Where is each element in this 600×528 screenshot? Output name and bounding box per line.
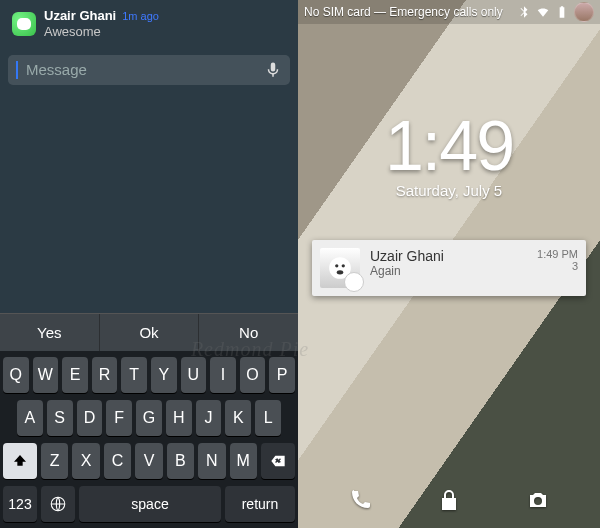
key-n[interactable]: N	[198, 443, 225, 479]
key-c[interactable]: C	[104, 443, 131, 479]
notification-subtitle: Again	[370, 264, 527, 278]
globe-icon	[49, 495, 67, 513]
key-u[interactable]: U	[181, 357, 207, 393]
backspace-key[interactable]	[261, 443, 295, 479]
phone-icon[interactable]	[348, 488, 372, 512]
key-o[interactable]: O	[240, 357, 266, 393]
key-i[interactable]: I	[210, 357, 236, 393]
key-p[interactable]: P	[269, 357, 295, 393]
keyboard-row-2: A S D F G H J K L	[3, 400, 295, 436]
key-g[interactable]: G	[136, 400, 162, 436]
clock-time: 1:49	[298, 106, 600, 186]
backspace-icon	[268, 453, 288, 469]
notification-banner[interactable]: Uzair Ghani 1m ago Awesome	[0, 0, 298, 49]
key-a[interactable]: A	[17, 400, 43, 436]
status-text: No SIM card — Emergency calls only	[304, 5, 517, 19]
svg-point-4	[337, 270, 344, 274]
keyboard-row-4: 123 space return	[3, 486, 295, 522]
sender-name: Uzair Ghani	[44, 8, 116, 24]
status-bar: No SIM card — Emergency calls only	[298, 0, 600, 24]
user-avatar[interactable]	[574, 2, 594, 22]
key-q[interactable]: Q	[3, 357, 29, 393]
key-j[interactable]: J	[196, 400, 222, 436]
key-d[interactable]: D	[77, 400, 103, 436]
key-l[interactable]: L	[255, 400, 281, 436]
key-m[interactable]: M	[230, 443, 257, 479]
shift-icon	[12, 453, 28, 469]
message-preview: Awesome	[44, 24, 159, 40]
keyboard-row-1: Q W E R T Y U I O P	[3, 357, 295, 393]
notification-count: 3	[537, 260, 578, 272]
space-key[interactable]: space	[79, 486, 221, 522]
notification-contact-icon	[320, 248, 360, 288]
notification-time: 1:49 PM	[537, 248, 578, 260]
svg-point-3	[342, 264, 345, 267]
bluetooth-icon	[517, 5, 531, 19]
key-z[interactable]: Z	[41, 443, 68, 479]
notification-title: Uzair Ghani	[370, 248, 527, 264]
lockscreen-clock: 1:49 Saturday, July 5	[298, 106, 600, 199]
keyboard-row-3: Z X C V B N M	[3, 443, 295, 479]
key-h[interactable]: H	[166, 400, 192, 436]
globe-key[interactable]	[41, 486, 75, 522]
key-s[interactable]: S	[47, 400, 73, 436]
watermark: Redmond Pie	[0, 338, 550, 361]
key-t[interactable]: T	[121, 357, 147, 393]
svg-point-1	[329, 257, 351, 279]
return-key[interactable]: return	[225, 486, 295, 522]
text-cursor	[16, 61, 18, 79]
mic-icon[interactable]	[264, 61, 282, 79]
clock-date: Saturday, July 5	[298, 182, 600, 199]
key-y[interactable]: Y	[151, 357, 177, 393]
time-ago: 1m ago	[122, 10, 159, 24]
messages-app-icon	[12, 12, 36, 36]
key-k[interactable]: K	[225, 400, 251, 436]
android-lockscreen: No SIM card — Emergency calls only 1:49 …	[298, 0, 600, 528]
key-x[interactable]: X	[72, 443, 99, 479]
lock-icon[interactable]	[437, 488, 461, 512]
key-f[interactable]: F	[106, 400, 132, 436]
face-icon	[327, 255, 353, 281]
key-b[interactable]: B	[167, 443, 194, 479]
key-w[interactable]: W	[33, 357, 59, 393]
key-v[interactable]: V	[135, 443, 162, 479]
shift-key[interactable]	[3, 443, 37, 479]
wifi-icon	[536, 5, 550, 19]
svg-point-2	[335, 264, 338, 267]
numbers-key[interactable]: 123	[3, 486, 37, 522]
ios-lockscreen-reply: Uzair Ghani 1m ago Awesome Message Yes O…	[0, 0, 298, 528]
battery-icon	[555, 5, 569, 19]
camera-icon[interactable]	[526, 488, 550, 512]
lockscreen-shortcuts	[298, 488, 600, 512]
key-e[interactable]: E	[62, 357, 88, 393]
reply-input[interactable]: Message	[8, 55, 290, 85]
lockscreen-notification[interactable]: Uzair Ghani Again 1:49 PM 3	[312, 240, 586, 296]
reply-placeholder: Message	[26, 61, 256, 78]
ios-keyboard: Q W E R T Y U I O P A S D F G H J K L Z	[0, 351, 298, 528]
key-r[interactable]: R	[92, 357, 118, 393]
